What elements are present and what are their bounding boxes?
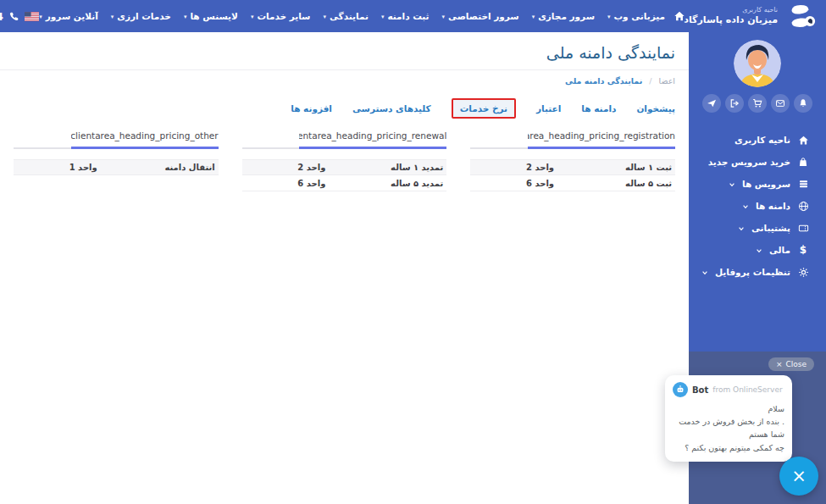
brand-logo-icon	[784, 3, 816, 29]
table-row: انتقال دامنه 1 واحد	[14, 159, 219, 175]
chevron-down-icon: ▾	[111, 14, 114, 20]
chat-bot-header: Bot from OnlineServer	[673, 382, 784, 397]
chevron-down-icon	[742, 203, 749, 210]
pricing-table-registration: clientarea_heading_pricing_registration …	[470, 130, 675, 191]
tab-domains[interactable]: دامنه ها	[581, 100, 616, 117]
tab-bar: پیشخوان دامنه ها اعتبار نرخ خدمات کلیدها…	[0, 98, 689, 119]
brand-title: میزبان داده پاسارگاد	[684, 14, 778, 26]
main-nav: میزبانی وب▾ سرور مجازی▾ سرور اختصاصی▾ ثب…	[39, 11, 665, 21]
globe-icon	[797, 201, 809, 212]
chat-close-label: Close	[785, 360, 807, 368]
bot-source: from OnlineServer	[712, 385, 782, 394]
sidebar-item-client-area[interactable]: ناحیه کاربری	[689, 129, 826, 151]
ticket-icon	[797, 224, 809, 233]
chevron-down-icon: ▾	[607, 14, 611, 20]
phone-icon	[9, 12, 19, 21]
close-icon: ×	[776, 360, 783, 368]
tab-service-rates[interactable]: نرخ خدمات	[452, 98, 516, 119]
sidebar-item-billing[interactable]: $ مالی	[689, 239, 826, 261]
quick-icon-row	[689, 94, 826, 113]
sidebar-item-services[interactable]: سرویس ها	[689, 173, 826, 195]
tab-credit[interactable]: اعتبار	[536, 100, 561, 117]
server-list-icon	[797, 179, 809, 189]
chevron-down-icon: ▾	[381, 14, 385, 20]
tab-addons[interactable]: افزونه ها	[291, 100, 332, 117]
client-area-screen: ناحیه کاربری میزبان داده پاسارگاد میزبان…	[0, 0, 826, 504]
nav-item-web-hosting[interactable]: میزبانی وب▾	[607, 11, 665, 21]
nav-item-licenses[interactable]: لایسنس ها▾	[184, 11, 238, 21]
nav-item-vps[interactable]: سرور مجازی▾	[532, 11, 595, 21]
topbar: ناحیه کاربری میزبان داده پاسارگاد میزبان…	[0, 0, 826, 32]
table-row: ثبت ۵ ساله 6 واحد	[470, 175, 675, 191]
tab-dashboard[interactable]: پیشخوان	[636, 100, 675, 117]
home-icon	[797, 135, 809, 146]
brand-subtitle: ناحیه کاربری	[742, 6, 778, 14]
chevron-down-icon: ▾	[323, 14, 326, 20]
nav-item-online-server[interactable]: آنلاین سرور▾	[39, 11, 98, 21]
chevron-down-icon: ▾	[251, 14, 254, 20]
pricing-tables-row: clientarea_heading_pricing_registration …	[0, 130, 689, 191]
brand[interactable]: ناحیه کاربری میزبان داده پاسارگاد	[689, 3, 816, 29]
mail-icon[interactable]	[771, 94, 790, 113]
phone-block: 021-54634	[0, 10, 39, 23]
page-title: نمایندگی دامنه ملی	[14, 43, 675, 62]
nav-item-domain[interactable]: ثبت دامنه▾	[381, 11, 430, 21]
shopping-bag-icon	[797, 157, 809, 168]
chat-close-button[interactable]: × Close	[768, 357, 814, 371]
phone-number: 021-54634	[0, 10, 3, 23]
notifications-bell-icon[interactable]	[794, 94, 812, 113]
chevron-down-icon: ▾	[532, 14, 535, 20]
chevron-down-icon: ▾	[442, 14, 446, 20]
nav-item-currency-services[interactable]: خدمات ارزی▾	[111, 11, 171, 21]
breadcrumb-separator: /	[649, 76, 651, 86]
sidebar-menu: ناحیه کاربری خرید سرویس جدید سرویس ها دا…	[689, 129, 826, 283]
home-icon[interactable]	[674, 10, 685, 22]
table-heading: clientarea_heading_pricing_renewal	[299, 130, 446, 149]
brand-texts: ناحیه کاربری میزبان داده پاسارگاد	[684, 6, 778, 26]
gear-icon	[797, 267, 809, 278]
telegram-icon[interactable]	[702, 94, 721, 113]
chevron-down-icon: ▾	[184, 14, 187, 20]
table-heading-spacer	[242, 130, 300, 149]
breadcrumb-current: نمایندگی دامنه ملی	[565, 76, 642, 86]
us-flag-icon[interactable]	[25, 12, 39, 21]
table-heading-spacer	[470, 130, 528, 149]
sidebar-item-profile-settings[interactable]: تنظیمات پروفایل	[689, 261, 826, 283]
main-content: نمایندگی دامنه ملی اعضا / نمایندگی دامنه…	[0, 32, 689, 504]
pricing-table-renewal: clientarea_heading_pricing_renewal تمدید…	[242, 130, 447, 191]
bot-name: Bot	[692, 385, 708, 395]
nav-item-dedicated[interactable]: سرور اختصاصی▾	[442, 11, 519, 21]
breadcrumb-root[interactable]: اعضا	[659, 76, 675, 86]
chevron-down-icon	[701, 269, 708, 276]
bot-avatar-icon	[673, 382, 688, 397]
pricing-table-other: clientarea_heading_pricing_other انتقال …	[14, 130, 219, 191]
cart-icon[interactable]	[748, 94, 767, 113]
avatar[interactable]	[734, 40, 781, 87]
table-row: تمدید ۵ ساله 6 واحد	[242, 175, 447, 191]
table-row: ثبت ۱ ساله 2 واحد	[470, 159, 675, 175]
close-icon: ×	[791, 466, 807, 486]
chevron-down-icon	[729, 181, 735, 188]
chevron-down-icon	[738, 225, 745, 232]
chat-bubble[interactable]: Bot from OnlineServer سلام . بنده از بخش…	[665, 375, 792, 462]
dollar-icon: $	[797, 244, 809, 256]
sidebar-item-buy-new-service[interactable]: خرید سرویس جدید	[689, 151, 826, 173]
chat-message: سلام . بنده از بخش فروش در خدمت شما هستم…	[673, 402, 784, 454]
table-heading: clientarea_heading_pricing_other	[71, 130, 219, 149]
page-header: نمایندگی دامنه ملی	[0, 32, 689, 70]
nav-item-reseller[interactable]: نمایندگی▾	[323, 11, 368, 21]
chevron-down-icon	[756, 247, 762, 254]
logout-icon[interactable]	[725, 94, 744, 113]
table-heading-spacer	[14, 130, 71, 149]
tab-access-keys[interactable]: کلیدهای دسترسی	[352, 100, 431, 117]
chevron-down-icon: ▾	[39, 14, 42, 20]
sidebar-item-domains[interactable]: دامنه ها	[689, 195, 826, 217]
breadcrumb: اعضا / نمایندگی دامنه ملی	[0, 70, 689, 86]
table-heading: clientarea_heading_pricing_registration	[528, 130, 675, 149]
sidebar-item-support[interactable]: پشتیبانی	[689, 217, 826, 239]
nav-item-other-services[interactable]: سایر خدمات▾	[251, 11, 311, 21]
chat-toggle-fab[interactable]: ×	[779, 457, 818, 496]
table-row: تمدید ۱ ساله 2 واحد	[242, 159, 447, 175]
